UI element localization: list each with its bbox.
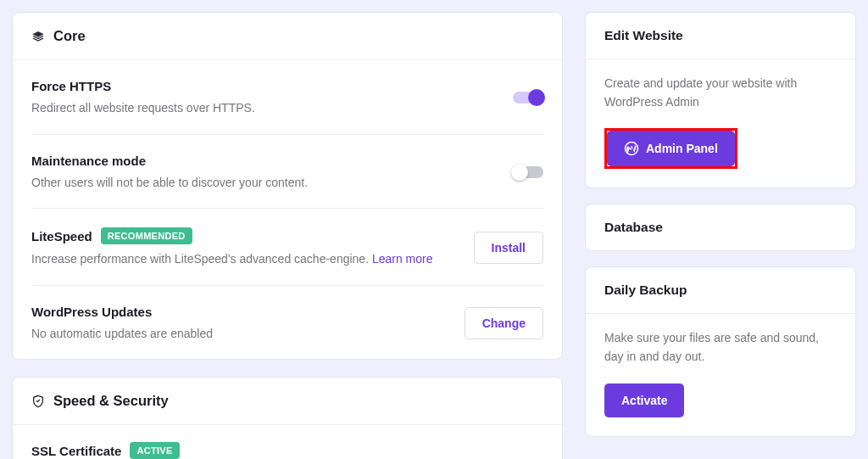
core-panel-header: Core: [13, 13, 562, 60]
edit-website-desc: Create and update your website with Word…: [604, 75, 837, 111]
maintenance-desc: Other users will not be able to discover…: [31, 175, 308, 192]
recommended-badge: RECOMMENDED: [101, 227, 192, 244]
speed-security-panel: Speed & Security SSL Certificate ACTIVE …: [12, 377, 563, 459]
maintenance-title: Maintenance mode: [31, 154, 308, 168]
edit-website-heading: Edit Website: [586, 13, 855, 59]
wp-updates-title: WordPress Updates: [31, 305, 213, 319]
activate-button[interactable]: Activate: [604, 383, 684, 417]
litespeed-title: LiteSpeed: [31, 229, 92, 243]
ssl-title: SSL Certificate: [31, 444, 121, 458]
litespeed-desc: Increase performance with LiteSpeed's ad…: [31, 252, 372, 266]
shield-icon: [31, 395, 45, 408]
force-https-desc: Redirect all website requests over HTTPS…: [31, 100, 255, 117]
admin-panel-label: Admin Panel: [646, 142, 718, 155]
install-button[interactable]: Install: [474, 232, 543, 264]
database-card: Database: [585, 204, 856, 251]
edit-website-card: Edit Website Create and update your webs…: [585, 12, 856, 188]
force-https-row: Force HTTPS Redirect all website request…: [31, 60, 543, 135]
database-heading: Database: [586, 204, 855, 250]
force-https-title: Force HTTPS: [31, 79, 255, 93]
maintenance-toggle[interactable]: [513, 166, 543, 178]
daily-backup-desc: Make sure your files are safe and sound,…: [604, 329, 837, 366]
wordpress-icon: [624, 141, 639, 156]
change-button[interactable]: Change: [465, 307, 543, 339]
wp-updates-row: WordPress Updates No automatic updates a…: [31, 286, 543, 360]
daily-backup-card: Daily Backup Make sure your files are sa…: [585, 266, 856, 436]
learn-more-link[interactable]: Learn more: [372, 252, 433, 266]
speed-heading: Speed & Security: [53, 393, 169, 409]
litespeed-row: LiteSpeed RECOMMENDED Increase performan…: [31, 209, 543, 286]
sidebar-column: Edit Website Create and update your webs…: [585, 12, 856, 459]
wp-updates-desc: No automatic updates are enabled: [31, 326, 213, 343]
core-heading: Core: [53, 28, 86, 44]
daily-backup-heading: Daily Backup: [586, 267, 855, 314]
maintenance-mode-row: Maintenance mode Other users will not be…: [31, 135, 543, 210]
speed-panel-header: Speed & Security: [13, 378, 562, 425]
admin-panel-button[interactable]: Admin Panel: [607, 131, 735, 166]
core-panel: Core Force HTTPS Redirect all website re…: [12, 12, 563, 360]
active-badge: ACTIVE: [130, 442, 179, 459]
force-https-toggle[interactable]: [513, 92, 543, 104]
admin-panel-highlight: Admin Panel: [604, 128, 737, 169]
layers-icon: [31, 30, 45, 43]
